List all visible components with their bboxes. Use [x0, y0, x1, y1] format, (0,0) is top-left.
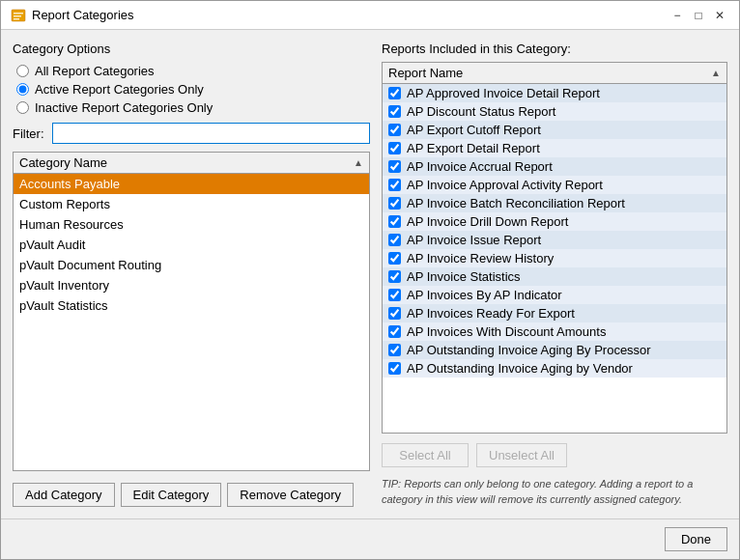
report-checkbox[interactable]: [388, 87, 401, 99]
report-item: AP Outstanding Invoice Aging by Vendor: [383, 359, 726, 378]
add-category-button[interactable]: Add Category: [13, 483, 115, 507]
report-item: AP Invoice Approval Activity Report: [383, 176, 726, 194]
report-name-text: AP Invoice Batch Reconciliation Report: [407, 196, 625, 210]
report-name-text: AP Invoice Review History: [407, 251, 554, 266]
close-button[interactable]: ✕: [710, 6, 729, 25]
reports-scroll-up-icon[interactable]: ▲: [711, 68, 721, 78]
filter-input[interactable]: [52, 123, 371, 144]
report-checkbox[interactable]: [388, 179, 401, 191]
remove-category-button[interactable]: Remove Category: [227, 483, 354, 507]
report-name-text: AP Discount Status Report: [407, 104, 555, 119]
main-window: Report Categories − □ ✕ Category Options…: [0, 0, 740, 560]
report-checkbox[interactable]: [388, 289, 401, 301]
report-name-text: AP Invoice Statistics: [407, 269, 521, 284]
select-unselect-row: Select All Unselect All: [382, 439, 727, 467]
radio-inactive-input[interactable]: [16, 101, 29, 114]
right-panel: Reports Included in this Category: Repor…: [382, 42, 727, 507]
report-item: AP Discount Status Report: [383, 102, 726, 121]
report-checkbox[interactable]: [388, 307, 401, 320]
title-bar: Report Categories − □ ✕: [1, 1, 739, 30]
edit-category-button[interactable]: Edit Category: [121, 483, 222, 507]
report-checkbox[interactable]: [388, 215, 401, 228]
report-name-text: AP Outstanding Invoice Aging By Processo…: [407, 343, 651, 357]
filter-row: Filter:: [13, 123, 370, 144]
report-name-text: AP Invoice Approval Activity Report: [407, 178, 603, 192]
category-name-column-header: Category Name: [19, 155, 107, 170]
report-item: AP Invoice Statistics: [383, 267, 726, 286]
footer: Done: [1, 518, 739, 559]
minimize-button[interactable]: −: [668, 6, 687, 25]
report-checkbox[interactable]: [388, 362, 401, 375]
reports-included-label: Reports Included in this Category:: [382, 42, 727, 56]
report-item: AP Invoices Ready For Export: [383, 304, 726, 322]
left-panel: Category Options All Report Categories A…: [13, 42, 370, 507]
report-name-text: AP Invoice Issue Report: [407, 233, 541, 247]
reports-list[interactable]: AP Approved Invoice Detail ReportAP Disc…: [383, 84, 726, 433]
category-list[interactable]: Accounts PayableCustom ReportsHuman Reso…: [14, 174, 369, 470]
report-item: AP Export Detail Report: [383, 139, 726, 157]
svg-rect-3: [14, 18, 19, 20]
radio-inactive-categories[interactable]: Inactive Report Categories Only: [16, 100, 370, 115]
window-icon: [11, 8, 26, 23]
report-checkbox[interactable]: [388, 270, 401, 283]
radio-all-categories[interactable]: All Report Categories: [16, 64, 370, 78]
reports-list-header: Report Name ▲: [383, 63, 726, 84]
unselect-all-button: Unselect All: [476, 443, 567, 467]
category-action-buttons: Add Category Edit Category Remove Catego…: [13, 479, 370, 507]
report-item: AP Invoice Batch Reconciliation Report: [383, 194, 726, 212]
svg-rect-2: [14, 15, 21, 17]
report-name-text: AP Invoices With Discount Amounts: [407, 324, 606, 339]
tip-text: TIP: Reports can only belong to one cate…: [382, 473, 727, 507]
report-item: AP Invoice Issue Report: [383, 231, 726, 249]
report-item: AP Outstanding Invoice Aging By Processo…: [383, 341, 726, 359]
title-controls: − □ ✕: [668, 6, 729, 25]
report-item: AP Invoices By AP Indicator: [383, 286, 726, 304]
report-checkbox[interactable]: [388, 252, 401, 265]
report-name-text: AP Invoice Accrual Report: [407, 159, 553, 174]
category-item[interactable]: Custom Reports: [14, 194, 369, 214]
radio-inactive-label: Inactive Report Categories Only: [35, 100, 213, 115]
report-checkbox[interactable]: [388, 197, 401, 210]
category-item[interactable]: pVault Statistics: [14, 295, 369, 316]
category-options-label: Category Options: [13, 42, 370, 56]
report-checkbox[interactable]: [388, 160, 401, 173]
report-item: AP Invoice Accrual Report: [383, 157, 726, 176]
radio-group: All Report Categories Active Report Cate…: [13, 64, 370, 115]
category-scroll-up-icon[interactable]: ▲: [354, 157, 363, 168]
report-name-text: AP Invoices By AP Indicator: [407, 288, 562, 302]
report-name-text: AP Outstanding Invoice Aging by Vendor: [407, 361, 633, 376]
category-item[interactable]: Accounts Payable: [14, 174, 369, 194]
category-list-header: Category Name ▲: [14, 153, 369, 174]
category-item[interactable]: pVault Inventory: [14, 275, 369, 295]
report-checkbox[interactable]: [388, 234, 401, 246]
report-name-text: AP Export Detail Report: [407, 141, 540, 155]
report-name-column-header: Report Name: [388, 66, 463, 80]
window-title: Report Categories: [32, 8, 134, 22]
report-name-text: AP Approved Invoice Detail Report: [407, 86, 600, 100]
report-checkbox[interactable]: [388, 124, 401, 136]
content-area: Category Options All Report Categories A…: [1, 30, 739, 518]
report-name-text: AP Export Cutoff Report: [407, 123, 541, 137]
radio-active-input[interactable]: [16, 83, 29, 96]
category-list-container: Category Name ▲ Accounts PayableCustom R…: [13, 152, 370, 471]
report-name-text: AP Invoice Drill Down Report: [407, 214, 568, 229]
radio-active-categories[interactable]: Active Report Categories Only: [16, 82, 370, 97]
category-item[interactable]: pVault Document Routing: [14, 255, 369, 275]
report-item: AP Invoice Drill Down Report: [383, 212, 726, 231]
report-item: AP Export Cutoff Report: [383, 121, 726, 139]
title-bar-left: Report Categories: [11, 8, 134, 23]
report-checkbox[interactable]: [388, 142, 401, 154]
report-item: AP Invoices With Discount Amounts: [383, 322, 726, 341]
report-checkbox[interactable]: [388, 344, 401, 356]
filter-label: Filter:: [13, 126, 44, 141]
report-checkbox[interactable]: [388, 325, 401, 338]
radio-all-input[interactable]: [16, 65, 29, 77]
report-item: AP Approved Invoice Detail Report: [383, 84, 726, 102]
report-checkbox[interactable]: [388, 105, 401, 118]
category-item[interactable]: pVault Audit: [14, 235, 369, 255]
done-button[interactable]: Done: [665, 527, 727, 551]
radio-active-label: Active Report Categories Only: [35, 82, 204, 97]
maximize-button[interactable]: □: [689, 6, 708, 25]
category-item[interactable]: Human Resources: [14, 214, 369, 235]
radio-all-label: All Report Categories: [35, 64, 155, 78]
